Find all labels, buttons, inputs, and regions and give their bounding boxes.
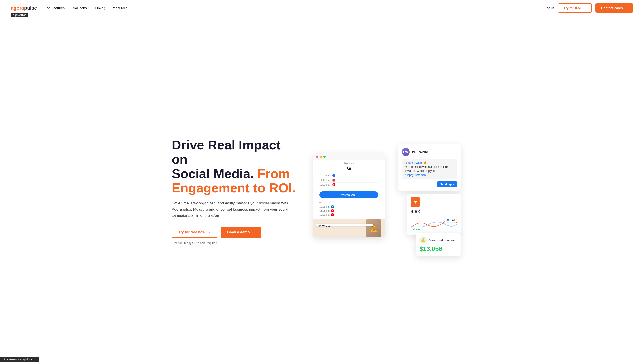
cal-posts-morning: 10:40 am f 11:45 am I 12:53 pm ▶ (316, 171, 382, 189)
logo[interactable]: agorapulse (11, 5, 37, 11)
linkedin-icon: in (331, 205, 334, 208)
stats-value: 3.6k (410, 209, 457, 215)
nav-label-top-features: Top Features (45, 6, 64, 10)
user-avatar: PW (402, 148, 410, 156)
hero-description: Save time, stay organized, and easily ma… (172, 200, 297, 219)
contact-sales-button[interactable]: Contact sales → (596, 3, 633, 12)
send-reply-button[interactable]: Send reply (437, 181, 457, 187)
stats-card: ♥ 3.6k +2.6% 👥 +9% (407, 194, 461, 235)
calendar-card: Tuesday 30 10:40 am f 11:45 am I 12:53 p… (313, 153, 384, 237)
cal-day-num: 30 (316, 167, 382, 171)
logo-pulse: pulse (24, 5, 37, 11)
nav-right: Log In Try for free → Contact sales → (545, 3, 633, 12)
nav-link-top-features[interactable]: Top Features ▾ (45, 6, 67, 10)
nav-label-resources: Resources (112, 6, 128, 10)
chat-user: PW Paul White (402, 148, 457, 156)
nav-label-pricing: Pricing (95, 6, 105, 10)
nav-link-resources[interactable]: Resources ▾ (112, 6, 130, 10)
instagram-icon: I (332, 179, 336, 182)
arrow-icon: → (207, 230, 211, 234)
cal-post-row-sm: 15:35 pm ▶ (319, 213, 378, 217)
dot-yellow (320, 156, 322, 158)
logo-agora: agora (11, 5, 24, 11)
youtube-icon: ▶ (332, 183, 336, 186)
logo-tooltip: agorapulse (11, 12, 28, 17)
status-bar: https://www.agorapulse.com (0, 357, 39, 362)
chat-username: Paul White (412, 150, 428, 154)
people-badge: 👥 +9% (444, 217, 457, 222)
heart-icon: ♥ (410, 197, 420, 207)
arrow-icon: → (252, 230, 255, 234)
nav-label-solutions: Solutions (73, 6, 87, 10)
login-button[interactable]: Log In (545, 6, 554, 10)
hero-headline: Drive Real Impact on Social Media. From … (172, 138, 297, 195)
dot-red (316, 156, 318, 158)
cal-post-row: 12:53 pm ▶ (319, 183, 378, 187)
people-icon: 👥 (446, 218, 450, 221)
try-free-button[interactable]: Try for free → (558, 3, 592, 12)
hero-left: Drive Real Impact on Social Media. From … (172, 138, 297, 245)
nav-link-pricing[interactable]: Pricing (95, 6, 105, 10)
facebook-icon: f (332, 174, 336, 177)
try-free-now-button[interactable]: Try for free now → (172, 227, 217, 238)
navbar: agorapulse agorapulse Top Features ▾ Sol… (0, 0, 644, 16)
chevron-down-icon: ▾ (66, 7, 67, 9)
chat-card: PW Paul White Hi @PaulWhite 🍊 We appreci… (398, 144, 461, 191)
youtube-icon: ▶ (331, 209, 334, 212)
revenue-card: 💰 Generated revenue $13,056 (416, 233, 461, 256)
book-demo-button[interactable]: Book a demo → (221, 227, 261, 238)
revenue-icon: 💰 (420, 236, 427, 244)
cal-post-row-sm: 12:05 pm in (319, 205, 378, 209)
chat-bubble: Hi @PaulWhite 🍊 We appreciate your suppo… (402, 159, 457, 179)
cal-day-label: Tuesday (316, 160, 382, 167)
chevron-down-icon: ▾ (128, 7, 130, 9)
mockup-container: Tuesday 30 10:40 am f 11:45 am I 12:53 p… (313, 144, 456, 238)
hero-ctas: Try for free now → Book a demo → (172, 227, 297, 238)
cal-day2: 06 (319, 201, 378, 204)
nav-link-solutions[interactable]: Solutions ▾ (73, 6, 89, 10)
calendar-header (313, 153, 384, 160)
youtube-icon: ▶ (331, 213, 334, 216)
revenue-header: 💰 Generated revenue (420, 236, 457, 244)
hero-right: Tuesday 30 10:40 am f 11:45 am I 12:53 p… (297, 135, 472, 247)
cal-post-row-sm: 13:08 pm ▶ (319, 209, 378, 213)
revenue-label: Generated revenue (428, 238, 455, 242)
dot-green (323, 156, 326, 158)
stat-change: +2.6% (413, 228, 420, 231)
arrow-icon: → (624, 6, 628, 10)
nav-links: Top Features ▾ Solutions ▾ Pricing Resou… (45, 6, 130, 10)
hero-section: Drive Real Impact on Social Media. From … (161, 16, 483, 362)
nav-left: agorapulse agorapulse Top Features ▾ Sol… (11, 5, 130, 11)
cal-post-row: 10:40 am f (319, 173, 378, 178)
free-note: Free for 30 days - No card required (172, 241, 297, 245)
revenue-amount: $13,056 (420, 245, 457, 253)
status-url: https://www.agorapulse.com (3, 358, 36, 361)
cal-post-row: 11:45 am I (319, 178, 378, 183)
stats-chart: +2.6% 👥 +9% (410, 217, 457, 232)
cal-section-06: 06 12:05 pm in 13:08 pm ▶ 15:35 pm ▶ (316, 200, 382, 218)
time-badge: 10:20 am (316, 224, 374, 226)
new-post-button[interactable]: ✏ New post (319, 191, 378, 198)
chevron-down-icon: ▾ (88, 7, 89, 9)
arrow-icon: → (583, 6, 586, 10)
